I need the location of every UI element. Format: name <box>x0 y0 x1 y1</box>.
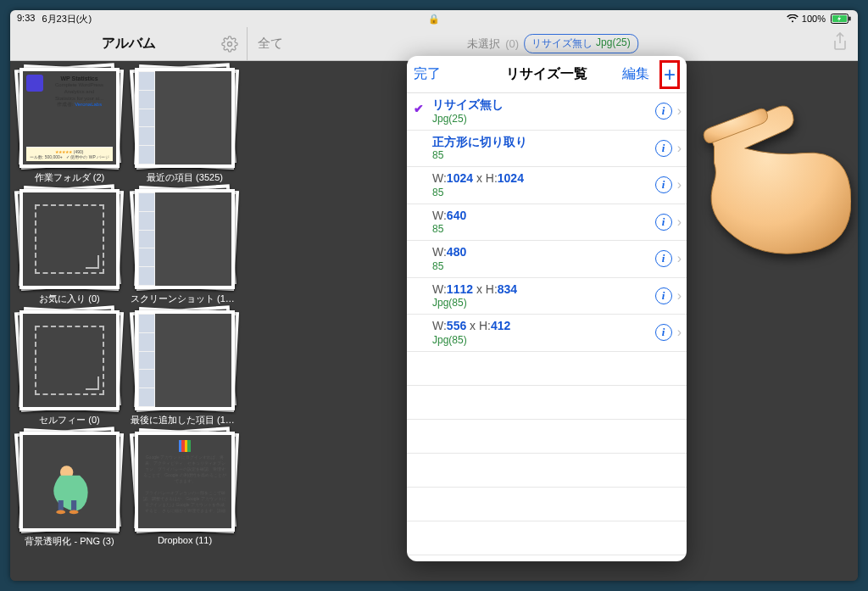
info-icon[interactable]: i <box>655 324 672 341</box>
info-icon[interactable]: i <box>655 250 672 267</box>
share-icon[interactable] <box>832 32 848 55</box>
battery-percent: 100% <box>802 14 826 24</box>
svg-point-7 <box>56 510 65 514</box>
empty-row <box>407 521 687 555</box>
svg-rect-6 <box>71 500 76 510</box>
chevron-right-icon: › <box>677 288 682 304</box>
album-label: スクリーンショット (1062) <box>131 293 239 305</box>
album-item[interactable]: Google アカウントにログインすれば、将来、アクティビティ、セキュリティオプ… <box>131 432 239 548</box>
empty-row <box>407 454 687 488</box>
resize-pill[interactable]: リサイズ無し Jpg(25) <box>524 34 638 53</box>
resize-row[interactable]: W:556 x H:412Jpg(85)i› <box>407 315 687 352</box>
empty-row <box>407 386 687 420</box>
album-label: Dropbox (11) <box>131 535 239 545</box>
edit-button[interactable]: 編集 <box>622 65 649 83</box>
status-bar: 9:33 6月23日(火) 🔒 100% <box>10 10 858 27</box>
album-item[interactable]: お気に入り (0) <box>15 189 124 305</box>
empty-row <box>407 352 687 386</box>
selection-count: (0) <box>505 37 519 50</box>
album-item[interactable]: セルフィー (0) <box>15 310 124 427</box>
album-item[interactable]: スクリーンショット (1062) <box>131 189 239 305</box>
wifi-icon <box>787 14 798 23</box>
album-item[interactable]: 背景透明化 - PNG (3) <box>15 432 124 548</box>
done-button[interactable]: 完了 <box>414 65 441 83</box>
album-item[interactable]: 最後に追加した項目 (1068) <box>131 310 239 427</box>
chevron-right-icon: › <box>677 251 682 266</box>
add-button-highlight: + <box>659 60 680 89</box>
info-icon[interactable]: i <box>655 140 672 157</box>
resize-row[interactable]: 正方形に切り取り85i› <box>407 131 687 168</box>
chevron-right-icon: › <box>677 103 682 119</box>
album-item[interactable]: 最近の項目 (3525) <box>131 68 239 184</box>
check-icon: ✔ <box>414 102 424 115</box>
resize-row[interactable]: W:1024 x H:102485i› <box>407 167 687 204</box>
album-item[interactable]: WP StatisticsComplete WordPressAnalytics… <box>15 68 124 184</box>
gear-icon[interactable] <box>221 36 238 53</box>
resize-row[interactable]: ✔リサイズ無しJpg(25)i› <box>407 93 687 131</box>
filter-all[interactable]: 全て <box>258 36 283 52</box>
status-date: 6月23日(火) <box>42 13 92 25</box>
svg-point-3 <box>228 42 232 46</box>
chevron-right-icon: › <box>677 141 682 156</box>
lock-icon: 🔒 <box>428 14 440 24</box>
svg-rect-5 <box>58 500 63 510</box>
info-icon[interactable]: i <box>655 103 672 120</box>
album-label: 最後に追加した項目 (1068) <box>131 414 239 427</box>
album-label: 背景透明化 - PNG (3) <box>15 535 124 548</box>
empty-row <box>407 555 687 562</box>
empty-row <box>407 420 687 454</box>
info-icon[interactable]: i <box>655 176 672 193</box>
resize-row[interactable]: W:48085i› <box>407 241 687 278</box>
chevron-right-icon: › <box>677 177 682 192</box>
status-time: 9:33 <box>17 13 35 25</box>
resize-popover: 完了 リサイズ一覧 編集 + ✔リサイズ無しJpg(25)i›正方形に切り取り8… <box>407 56 687 561</box>
svg-point-8 <box>69 510 78 514</box>
empty-row <box>407 488 687 521</box>
album-label: セルフィー (0) <box>15 414 124 427</box>
svg-rect-2 <box>849 17 851 21</box>
album-sidebar: WP StatisticsComplete WordPressAnalytics… <box>10 61 248 581</box>
info-icon[interactable]: i <box>655 214 672 231</box>
info-icon[interactable]: i <box>655 287 672 304</box>
sidebar-title: アルバム <box>102 35 156 53</box>
add-button[interactable]: + <box>664 64 676 85</box>
resize-row[interactable]: W:1112 x H:834Jpg(85)i› <box>407 278 687 315</box>
popover-title: リサイズ一覧 <box>506 65 587 83</box>
album-label: お気に入り (0) <box>15 293 124 305</box>
selection-none-label: 未選択 <box>467 36 500 52</box>
resize-row[interactable]: W:64085i› <box>407 204 687 242</box>
chevron-right-icon: › <box>677 215 682 230</box>
album-label: 作業フォルダ (2) <box>15 171 124 184</box>
album-label: 最近の項目 (3525) <box>131 171 239 184</box>
chevron-right-icon: › <box>677 325 682 340</box>
battery-icon <box>829 14 851 24</box>
